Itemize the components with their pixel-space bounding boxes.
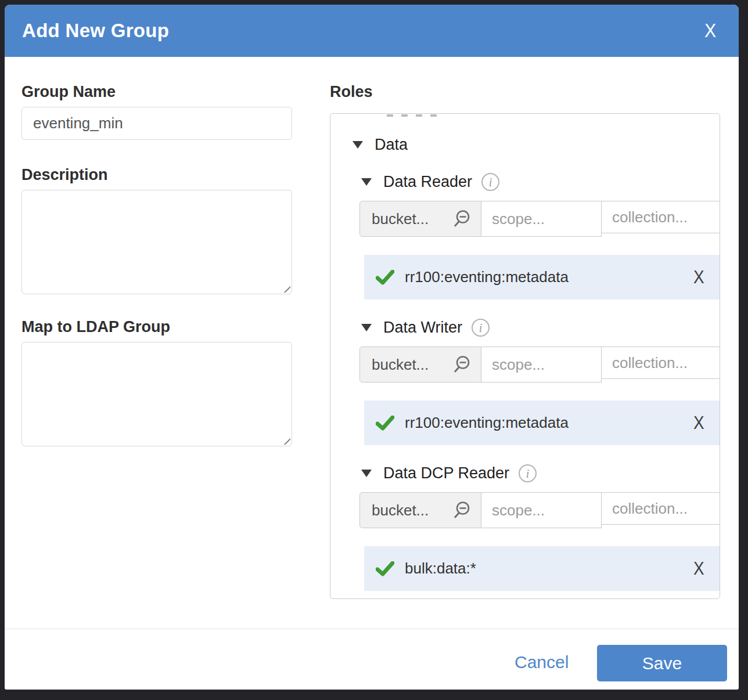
- bucket-select[interactable]: bucket...: [359, 201, 481, 237]
- scope-input[interactable]: [481, 493, 601, 528]
- bucket-select-label: bucket...: [372, 210, 429, 228]
- selected-role-row: bulk:data:* X: [364, 546, 720, 591]
- dialog-body: Group Name Description Map to LDAP Group…: [5, 57, 739, 690]
- group-name-input[interactable]: [21, 107, 292, 140]
- clipped-scrolled-text: [387, 114, 720, 118]
- left-column: Group Name Description Map to LDAP Group: [21, 82, 292, 446]
- collection-cell: [602, 347, 720, 379]
- selected-role-value: bulk:data:*: [405, 560, 693, 578]
- caret-down-icon: [361, 178, 372, 186]
- dialog-header: Add New Group X: [5, 5, 739, 57]
- close-icon[interactable]: X: [704, 20, 716, 42]
- role-item-data-dcp-reader[interactable]: Data DCP Reader i: [361, 463, 720, 483]
- selected-role-value: rr100:eventing:metadata: [405, 268, 693, 286]
- role-section-data[interactable]: Data: [353, 134, 720, 155]
- selected-role-row: rr100:eventing:metadata X: [364, 255, 720, 300]
- modal-backdrop: Add New Group X Group Name Description M…: [0, 0, 748, 700]
- bucket-select-label: bucket...: [372, 356, 429, 374]
- collection-input[interactable]: [602, 493, 720, 524]
- check-icon: [376, 270, 394, 285]
- roles-scroll-panel[interactable]: Data Data Reader i bucket...: [330, 113, 720, 599]
- remove-role-icon[interactable]: X: [693, 558, 704, 579]
- selected-role-row: rr100:eventing:metadata X: [364, 400, 720, 445]
- remove-role-icon[interactable]: X: [693, 413, 704, 434]
- svg-text:i: i: [489, 175, 492, 188]
- role-filter-row: bucket...: [359, 347, 720, 383]
- role-filter-row: bucket...: [359, 492, 720, 528]
- group-name-label: Group Name: [21, 82, 292, 101]
- role-item-data-reader[interactable]: Data Reader i: [361, 171, 720, 192]
- svg-text:i: i: [479, 321, 483, 334]
- ldap-group-textarea[interactable]: [21, 342, 292, 446]
- save-button[interactable]: Save: [597, 645, 727, 681]
- bucket-select-label: bucket...: [372, 501, 429, 519]
- add-new-group-dialog: Add New Group X Group Name Description M…: [5, 5, 739, 690]
- cancel-button[interactable]: Cancel: [515, 652, 569, 672]
- scope-input[interactable]: [481, 347, 601, 382]
- info-icon[interactable]: i: [518, 464, 537, 483]
- description-label: Description: [21, 165, 292, 184]
- caret-down-icon: [361, 324, 372, 331]
- collection-cell: [602, 492, 720, 525]
- ldap-group-label: Map to LDAP Group: [21, 317, 292, 336]
- search-minus-icon: [452, 210, 471, 228]
- description-textarea[interactable]: [21, 190, 292, 294]
- collection-input[interactable]: [602, 201, 720, 233]
- roles-heading: Roles: [330, 82, 720, 101]
- right-column: Roles Data Data Reader: [330, 82, 720, 599]
- caret-down-icon: [361, 470, 372, 477]
- role-section-label: Data: [375, 136, 408, 154]
- bucket-select[interactable]: bucket...: [359, 347, 481, 383]
- collection-cell: [602, 201, 720, 233]
- check-icon: [376, 561, 394, 576]
- search-minus-icon: [452, 355, 471, 374]
- scope-cell: [481, 347, 602, 383]
- role-item-label: Data Writer: [383, 319, 462, 337]
- svg-text:i: i: [526, 467, 530, 479]
- info-icon[interactable]: i: [471, 318, 490, 337]
- footer-divider: [5, 629, 739, 629]
- selected-role-value: rr100:eventing:metadata: [405, 414, 693, 432]
- dialog-title: Add New Group: [22, 20, 169, 42]
- role-item-label: Data DCP Reader: [383, 464, 509, 482]
- remove-role-icon[interactable]: X: [693, 267, 704, 288]
- scope-cell: [481, 492, 602, 528]
- scope-cell: [481, 201, 602, 237]
- role-item-label: Data Reader: [383, 173, 472, 191]
- role-item-data-writer[interactable]: Data Writer i: [361, 317, 720, 338]
- info-icon[interactable]: i: [481, 172, 500, 192]
- bucket-select[interactable]: bucket...: [359, 492, 481, 528]
- check-icon: [376, 416, 394, 431]
- scope-input[interactable]: [481, 201, 601, 236]
- caret-down-icon: [353, 141, 363, 149]
- search-minus-icon: [452, 501, 471, 519]
- collection-input[interactable]: [602, 347, 720, 378]
- role-filter-row: bucket...: [359, 201, 720, 237]
